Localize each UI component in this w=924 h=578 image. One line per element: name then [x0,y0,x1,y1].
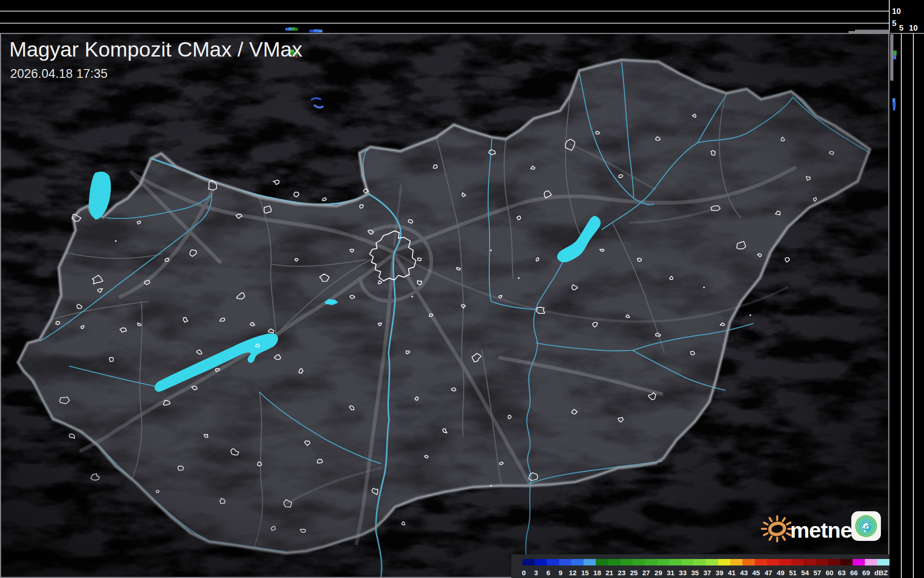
legend-tick-label: 54 [801,569,809,577]
legend-unit-label: dBZ [874,569,888,577]
legend-tick-label: 39 [716,569,723,577]
legend-swatch [792,559,804,565]
radar-echo [292,27,295,31]
legend-swatch [620,559,633,565]
radar-echo [295,28,298,31]
radar-echo [289,27,292,31]
legend-tick-label: 21 [605,569,613,577]
legend-swatch [742,559,755,565]
terrain-profile-top-step [849,31,856,33]
legend-swatch [572,559,584,565]
legend-swatch [694,559,706,565]
legend-swatch [828,559,841,565]
radar-echo [319,30,322,32]
legend-tick-label: 57 [813,569,821,577]
height-label-5: 5 [892,19,896,28]
legend-tick-label: 23 [618,569,626,577]
legend-tick-label: 6 [547,569,550,577]
height-label-right-5: 5 [899,24,903,32]
profile-top-strip: 10 5 [0,0,924,33]
legend-tick-label: 29 [654,569,662,577]
radar-echo [893,98,895,102]
radar-echo [314,29,319,32]
legend-swatch [865,559,877,565]
legend-tick-label: 25 [630,569,638,577]
legend-swatch [730,559,743,565]
legend-tick-label: 33 [679,569,687,577]
legend-swatch [816,559,829,565]
legend-swatch [534,559,547,565]
legend-swatch [633,559,645,565]
map-area [0,33,889,578]
legend-swatch [779,559,792,565]
radar-echo [285,28,289,31]
legend-tick-label: 60 [826,569,834,577]
legend-tick-label: 35 [691,569,699,577]
edge-vignette [0,33,889,578]
terrain-profile-top [855,30,889,33]
legend-swatch [755,559,767,565]
legend-tick-label: 41 [728,569,735,577]
legend-swatch [657,559,669,565]
timestamp: 2026.04.18 17:35 [10,67,107,81]
profile-top-bg [0,0,924,33]
legend-tick-label: 18 [593,569,601,577]
legend-swatch [706,559,718,565]
legend-swatch [596,559,608,565]
legend-swatch [804,559,816,565]
legend-swatch [853,559,865,565]
legend-swatch [669,559,682,565]
legend-tick-label: 15 [581,569,589,577]
profile-right-bg [890,33,924,578]
reflectivity-legend: 0369121518212325272931333537394143454749… [511,554,889,578]
legend-swatch [767,559,779,565]
legend-tick-label: 63 [838,569,846,577]
legend-tick-label: 43 [740,569,748,577]
legend-swatch [681,559,694,565]
legend-tick-label: 49 [777,569,785,577]
legend-swatch [547,559,559,565]
legend-swatch [608,559,621,565]
legend-swatch [840,559,853,565]
legend-tick-label: 3 [534,569,538,577]
brand-wordmark: metnet [790,518,859,542]
radar-echo [893,102,896,107]
height-label-right-10: 10 [909,24,918,32]
legend-tick-label: 12 [569,569,577,577]
radar-echo [893,107,895,110]
height-label-10: 10 [892,7,901,16]
radar-echo [893,55,896,59]
legend-tick-label: 66 [850,569,858,577]
legend-tick-label: 37 [704,569,711,577]
legend-swatch [645,559,657,565]
legend-tick-label: 69 [862,569,870,577]
radar-map-canvas: 10 5 5 10 Magyar Kompozit CMax / VMax 20… [0,0,924,578]
legend-tick-label: 9 [559,569,562,577]
page-title: Magyar Kompozit CMax / VMax [9,38,302,61]
legend-swatch [522,559,535,565]
legend-swatch [559,559,572,565]
legend-tick-label: 31 [666,569,674,577]
legend-swatch [718,559,730,565]
legend-tick-label: 45 [752,569,760,577]
radar-echo [893,51,897,53]
radar-echo [893,53,897,55]
terrain-profile-right [890,34,893,81]
radar-composite-screen: 10 5 5 10 Magyar Kompozit CMax / VMax 20… [0,0,924,578]
legend-swatch [584,559,596,565]
legend-tick-label: 47 [765,569,773,577]
radar-echo [309,30,314,32]
legend-tick-label: 27 [642,569,650,577]
legend-swatch [877,559,890,565]
legend-tick-label: 51 [789,569,797,577]
legend-tick-label: 0 [522,569,526,577]
